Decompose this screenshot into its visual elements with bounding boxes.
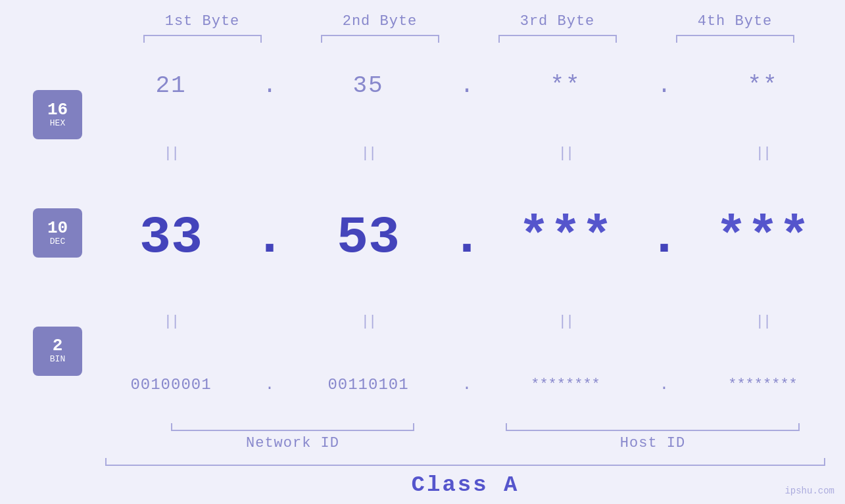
dec-dot-1: .: [260, 208, 279, 267]
dec-badge-label: DEC: [50, 237, 65, 247]
equals-row-2: || || || ||: [82, 313, 845, 330]
hex-cell-3: **: [477, 72, 654, 99]
rows-area: 21 . 35 . ** . **: [82, 43, 845, 423]
byte4-column: 4th Byte: [646, 13, 824, 43]
dec-value-2: 53: [337, 212, 400, 264]
byte1-label: 1st Byte: [165, 13, 240, 30]
equals-row-1: || || || ||: [82, 145, 845, 162]
eq-cell-4b: ||: [674, 313, 845, 330]
host-id-group: Host ID: [480, 423, 825, 451]
byte3-label: 3rd Byte: [520, 13, 595, 30]
byte1-bracket-top: [143, 35, 262, 43]
host-id-label: Host ID: [620, 435, 685, 451]
dec-cell-4: ***: [674, 212, 845, 264]
network-bracket: [171, 423, 414, 431]
hex-badge-number: 16: [47, 101, 68, 118]
hex-value-4: **: [747, 72, 778, 99]
bin-dot-2: .: [457, 376, 477, 394]
header-row: 1st Byte 2nd Byte 3rd Byte 4th Byte: [7, 13, 838, 43]
eq-cell-1b: ||: [82, 313, 260, 330]
hex-dot-1: .: [260, 72, 279, 99]
byte1-column: 1st Byte: [114, 13, 291, 43]
hex-dot-3: .: [654, 72, 674, 99]
watermark: ipshu.com: [785, 486, 834, 496]
bin-value-3: ********: [531, 377, 600, 393]
hex-badge: 16 HEX: [33, 90, 82, 139]
dec-dot-3: .: [654, 208, 674, 267]
bin-badge: 2 BIN: [33, 327, 82, 376]
hex-dot-2: .: [457, 72, 477, 99]
bin-dot-1: .: [260, 376, 279, 394]
bin-value-4: ********: [728, 377, 798, 393]
eq-cell-3a: ||: [477, 145, 654, 162]
eq-cell-4a: ||: [674, 145, 845, 162]
byte4-label: 4th Byte: [698, 13, 773, 30]
eq-cell-2b: ||: [279, 313, 457, 330]
network-id-label: Network ID: [246, 435, 339, 451]
network-id-group: Network ID: [105, 423, 480, 451]
hex-cell-2: 35: [279, 72, 457, 99]
bin-value-2: 00110101: [327, 376, 408, 394]
byte4-bracket-top: [676, 35, 794, 43]
bottom-section: Network ID Host ID Class A: [7, 423, 838, 497]
hex-badge-label: HEX: [50, 118, 65, 129]
byte2-label: 2nd Byte: [343, 13, 418, 30]
bin-cell-1: 00100001: [82, 376, 260, 394]
byte3-bracket-top: [498, 35, 617, 43]
bin-row: 00100001 . 00110101 . ******** .: [82, 376, 845, 394]
bin-cell-3: ********: [477, 377, 654, 393]
dec-value-3: ***: [518, 212, 613, 264]
eq-cell-1a: ||: [82, 145, 260, 162]
hex-cell-4: **: [674, 72, 845, 99]
dec-dot-2: .: [457, 208, 477, 267]
dec-badge-number: 10: [47, 219, 68, 237]
byte2-column: 2nd Byte: [291, 13, 469, 43]
content-area: 16 HEX 10 DEC 2 BIN 21 .: [7, 43, 838, 423]
full-bracket: [105, 458, 825, 466]
bin-badge-number: 2: [53, 337, 63, 354]
eq-cell-2a: ||: [279, 145, 457, 162]
dec-value-4: ***: [715, 212, 810, 264]
dec-cell-1: 33: [82, 212, 260, 264]
dec-row: 33 . 53 . *** . ***: [82, 208, 845, 267]
bin-badge-label: BIN: [50, 354, 65, 365]
bracket-bottom-row: Network ID Host ID: [105, 423, 825, 451]
bin-cell-4: ********: [674, 377, 845, 393]
host-bracket: [506, 423, 799, 431]
class-label: Class A: [412, 472, 519, 497]
byte3-column: 3rd Byte: [469, 13, 646, 43]
hex-cell-1: 21: [82, 72, 260, 99]
byte2-bracket-top: [321, 35, 439, 43]
dec-cell-2: 53: [279, 212, 457, 264]
main-container: 1st Byte 2nd Byte 3rd Byte 4th Byte 16 H…: [0, 0, 845, 504]
hex-value-3: **: [550, 72, 581, 99]
hex-value-2: 35: [352, 72, 383, 99]
dec-badge: 10 DEC: [33, 208, 82, 258]
eq-cell-3b: ||: [477, 313, 654, 330]
dec-value-1: 33: [139, 212, 203, 264]
bin-dot-3: .: [654, 376, 674, 394]
hex-value-1: 21: [155, 72, 186, 99]
bin-cell-2: 00110101: [279, 376, 457, 394]
badge-column: 16 HEX 10 DEC 2 BIN: [33, 43, 82, 423]
bin-value-1: 00100001: [130, 376, 211, 394]
dec-cell-3: ***: [477, 212, 654, 264]
hex-row: 21 . 35 . ** . **: [82, 72, 845, 99]
class-row: Class A: [105, 472, 825, 497]
